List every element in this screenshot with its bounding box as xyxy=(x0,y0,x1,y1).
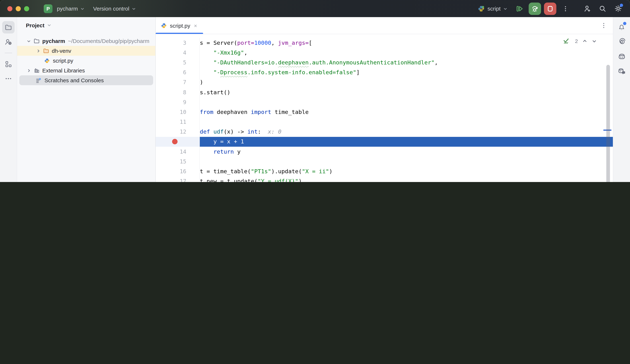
code-line[interactable]: 8s.start() xyxy=(156,87,613,97)
code-text: "-Dprocess.info.system-info.enabled=fals… xyxy=(200,67,360,77)
editor-tab-bar: script.py × xyxy=(156,17,613,34)
more-tool-windows-button[interactable] xyxy=(2,72,14,85)
editor-gutter[interactable]: 8 xyxy=(156,87,200,97)
code-line-current-debug[interactable]: y = x + 1 xyxy=(156,137,613,147)
main-menu-button[interactable]: pycharm xyxy=(52,3,89,14)
code-line[interactable]: 10from deephaven import time_table xyxy=(156,107,613,117)
editor-gutter[interactable]: 4 xyxy=(156,48,200,57)
python-file-icon xyxy=(44,58,50,63)
code-line[interactable]: 11 xyxy=(156,117,613,127)
code-line[interactable]: 17t_new = t.update("Y = udf(X)") xyxy=(156,176,613,182)
inspection-ok-icon xyxy=(562,37,570,45)
more-actions-menu[interactable] xyxy=(559,2,572,15)
editor-gutter[interactable]: 14 xyxy=(156,147,200,157)
zoom-window-button[interactable] xyxy=(24,6,29,11)
notifications-button[interactable] xyxy=(616,21,628,33)
code-line[interactable]: 7) xyxy=(156,78,613,87)
editor-options-menu[interactable] xyxy=(600,22,607,29)
code-text: ) xyxy=(200,78,203,87)
folder-icon xyxy=(33,38,40,44)
code-with-me-button[interactable] xyxy=(581,2,594,15)
code-line[interactable]: 9 xyxy=(156,97,613,107)
right-tool-strip xyxy=(613,17,630,182)
editor-gutter[interactable]: 17 xyxy=(156,176,200,182)
code-text: def udf(x) -> int: x: 0 xyxy=(200,127,282,137)
notification-dot xyxy=(623,22,626,25)
tree-item-dh-venv[interactable]: dh-venv xyxy=(17,46,155,56)
code-text: s.start() xyxy=(200,87,230,97)
window-controls xyxy=(7,6,29,11)
editor-gutter[interactable]: 10 xyxy=(156,107,200,117)
code-text: "-Xmx16g", xyxy=(200,48,247,57)
editor-gutter[interactable]: 16 xyxy=(156,167,200,176)
titlebar: P pycharm Version control script xyxy=(0,0,630,17)
code-editor[interactable]: 3s = Server(port=10000, jvm_args=[4 "-Xm… xyxy=(156,34,613,182)
editor-gutter[interactable]: 3 xyxy=(156,38,200,48)
code-text: s = Server(port=10000, jvm_args=[ xyxy=(200,38,312,48)
resume-program-button[interactable] xyxy=(513,2,526,15)
python-file-icon xyxy=(161,22,167,28)
tab-close-icon[interactable]: × xyxy=(194,22,197,28)
code-line[interactable]: 5 "-DAuthHandlers=io.deephaven.auth.Anon… xyxy=(156,58,613,67)
run-configuration-widget[interactable]: script xyxy=(478,5,508,12)
code-text: "-DAuthHandlers=io.deephaven.auth.Anonym… xyxy=(200,58,438,67)
editor-gutter[interactable] xyxy=(156,137,200,147)
people-question-icon: ? xyxy=(4,38,12,46)
editor-gutter[interactable]: 12 xyxy=(156,127,200,137)
chevron-collapsed-icon xyxy=(26,68,31,73)
settings-button[interactable] xyxy=(612,2,624,15)
chevron-down-icon xyxy=(80,6,84,11)
tab-label: script.py xyxy=(170,22,190,28)
code-line[interactable]: 3s = Server(port=10000, jvm_args=[ xyxy=(156,38,613,48)
chevron-collapsed-icon xyxy=(36,49,40,53)
structure-boxes-icon xyxy=(5,60,12,68)
project-panel-header[interactable]: Project xyxy=(17,17,155,33)
tree-item-scratches[interactable]: Scratches and Consoles xyxy=(19,75,153,85)
next-problem-icon[interactable] xyxy=(592,39,597,44)
structure-tool-button[interactable] xyxy=(2,58,14,70)
copilot-button[interactable] xyxy=(616,50,628,63)
search-everywhere-button[interactable] xyxy=(596,2,609,15)
editor-gutter[interactable]: 9 xyxy=(156,97,200,107)
editor-gutter[interactable]: 7 xyxy=(156,78,200,87)
editor-gutter[interactable]: 11 xyxy=(156,117,200,127)
editor-column: script.py × 3s = Server(port=10000, jvm_… xyxy=(156,17,613,182)
project-panel: Project pycharm ~/Documents/Debug/pip/py… xyxy=(17,17,156,182)
version-control-menu[interactable]: Version control xyxy=(89,3,140,14)
editor-tab-script-py[interactable]: script.py × xyxy=(156,17,203,34)
project-tool-button[interactable] xyxy=(2,21,14,33)
code-line[interactable]: 12def udf(x) -> int: x: 0 xyxy=(156,127,613,137)
library-icon xyxy=(33,67,40,74)
code-line[interactable]: 6 "-Dprocess.info.system-info.enabled=fa… xyxy=(156,67,613,77)
rerun-debug-button[interactable] xyxy=(529,2,541,15)
code-line[interactable]: 15 xyxy=(156,157,613,167)
code-line[interactable]: 14 return y xyxy=(156,147,613,157)
active-tab-underline xyxy=(156,33,203,34)
code-text: return y xyxy=(200,147,240,157)
settings-notification-dot xyxy=(620,3,623,7)
pycharm-window: P pycharm Version control script xyxy=(0,0,630,182)
code-line[interactable]: 16t = time_table("PT1s").update("X = ii"… xyxy=(156,167,613,176)
copilot-chat-button[interactable] xyxy=(616,65,628,77)
editor-scrollbar[interactable] xyxy=(606,65,610,182)
tree-item-external-libraries[interactable]: External Libraries xyxy=(17,65,155,75)
prev-problem-icon[interactable] xyxy=(582,39,587,44)
chevron-expanded-icon xyxy=(26,39,31,43)
strip-divider xyxy=(5,53,12,53)
tree-item-script-py[interactable]: script.py xyxy=(17,56,155,65)
editor-gutter[interactable]: 6 xyxy=(156,67,200,77)
kebab-menu-icon xyxy=(600,22,607,29)
copilot-chat-icon xyxy=(618,67,626,75)
breakpoint-icon[interactable] xyxy=(172,139,178,145)
ai-assistant-button[interactable] xyxy=(616,36,628,48)
editor-gutter[interactable]: 5 xyxy=(156,58,200,67)
inspections-widget[interactable]: 2 xyxy=(562,37,597,45)
code-line[interactable]: 4 "-Xmx16g", xyxy=(156,48,613,57)
close-window-button[interactable] xyxy=(7,6,12,11)
minimize-window-button[interactable] xyxy=(16,6,21,11)
help-people-tool-button[interactable]: ? xyxy=(2,36,14,48)
editor-gutter[interactable]: 15 xyxy=(156,157,200,167)
chevron-down-icon xyxy=(132,6,136,11)
tree-item-root[interactable]: pycharm ~/Documents/Debug/pip/pycharm xyxy=(17,36,155,46)
stop-button[interactable] xyxy=(544,2,556,15)
